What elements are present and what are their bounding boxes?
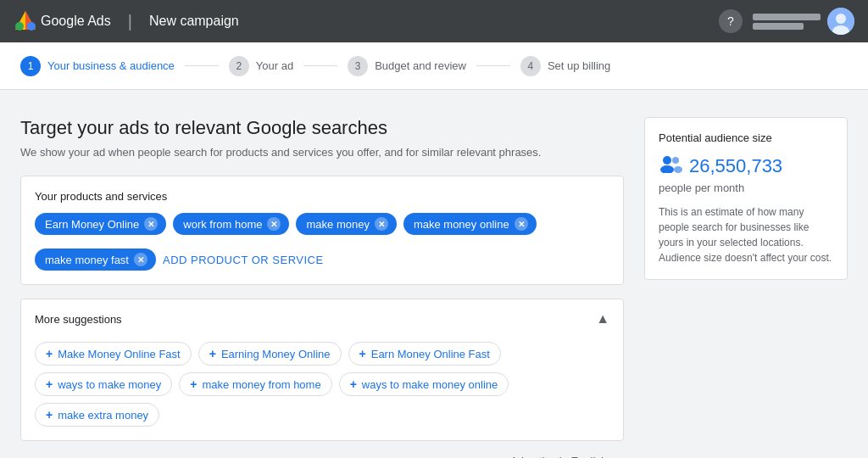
help-button[interactable]: ? — [719, 9, 743, 33]
chevron-down-icon: ▼ — [610, 455, 620, 459]
user-email-text — [753, 14, 821, 30]
chip-label-6: make extra money — [58, 409, 148, 422]
tag-make-money-fast: make money fast ✕ — [35, 249, 156, 271]
audience-card-title: Potential audience size — [659, 131, 833, 144]
content-area: Target your ads to relevant Google searc… — [20, 117, 624, 458]
svg-point-2 — [27, 22, 36, 31]
app-name: Google Ads — [41, 14, 111, 29]
user-info — [753, 8, 854, 35]
step-number-1: 1 — [20, 56, 41, 76]
tag-label-work-from-home: work from home — [183, 218, 262, 231]
header-divider: | — [128, 12, 132, 31]
step-number-2: 2 — [229, 56, 249, 76]
svg-point-10 — [674, 166, 682, 173]
step-number-4: 4 — [520, 56, 541, 76]
chip-label-5: ways to make money online — [362, 378, 498, 391]
step-label-1: Your business & audience — [47, 59, 175, 72]
tag-work-from-home: work from home ✕ — [173, 213, 289, 235]
audience-number: 26,550,733 — [689, 155, 782, 177]
svg-point-5 — [836, 14, 846, 24]
plus-icon-1: + — [209, 347, 216, 360]
chip-earning-money-online[interactable]: + Earning Money Online — [198, 342, 342, 366]
header-right: ? — [719, 8, 854, 35]
products-card-title: Your products and services — [35, 190, 609, 203]
chip-earn-money-online-fast[interactable]: + Earn Money Online Fast — [348, 342, 501, 366]
header-page-title: New campaign — [149, 14, 239, 29]
chip-label-2: Earn Money Online Fast — [371, 348, 490, 360]
tag-make-money-online: make money online ✕ — [403, 213, 537, 235]
page-subtitle: We show your ad when people search for p… — [20, 146, 624, 159]
suggestions-card: More suggestions ▲ + Make Money Online F… — [20, 299, 624, 441]
audience-count-row: 26,550,733 — [659, 154, 833, 178]
chip-make-extra-money[interactable]: + make extra money — [35, 403, 159, 427]
step-line-3 — [476, 65, 510, 66]
tag-close-work-from-home[interactable]: ✕ — [267, 217, 281, 231]
step-3[interactable]: 3 Budget and review — [348, 56, 466, 76]
plus-icon-2: + — [359, 347, 366, 360]
step-label-2: Your ad — [256, 59, 293, 72]
page-title: Target your ads to relevant Google searc… — [20, 117, 624, 139]
chip-label-0: Make Money Online Fast — [58, 348, 181, 360]
chip-ways-to-make-money-online[interactable]: + ways to make money online — [339, 372, 509, 396]
main-content: Target your ads to relevant Google searc… — [0, 90, 868, 458]
chip-label-4: make money from home — [202, 378, 320, 391]
svg-point-9 — [672, 157, 679, 164]
plus-icon-5: + — [350, 377, 357, 391]
chip-make-money-from-home[interactable]: + make money from home — [179, 372, 331, 396]
svg-point-7 — [663, 156, 671, 165]
advertise-language-select[interactable]: Advertise in English ▼ — [510, 455, 620, 458]
tag-close-make-money-online[interactable]: ✕ — [515, 217, 528, 231]
tag-make-money: make money ✕ — [296, 213, 396, 235]
tag-earn-money-online: Earn Money Online ✕ — [35, 213, 166, 235]
plus-icon-0: + — [46, 347, 53, 360]
tag-close-make-money-fast[interactable]: ✕ — [134, 253, 147, 266]
google-ads-logo: Google Ads — [14, 9, 111, 33]
step-label-4: Set up billing — [548, 59, 610, 72]
svg-point-3 — [15, 22, 24, 31]
avatar — [827, 8, 854, 35]
header: Google Ads | New campaign ? — [0, 0, 868, 42]
tag-close-earn-money-online[interactable]: ✕ — [144, 217, 158, 231]
audience-description: This is an estimate of how many people s… — [659, 204, 833, 265]
audience-unit: people per month — [659, 182, 833, 194]
chip-ways-to-make-money[interactable]: + ways to make money — [35, 372, 172, 396]
header-logo: Google Ads | New campaign — [14, 9, 239, 33]
audience-card: Potential audience size 26,550,733 peopl… — [644, 117, 848, 280]
plus-icon-6: + — [46, 408, 53, 422]
suggestions-body: + Make Money Online Fast + Earning Money… — [21, 338, 623, 440]
people-icon — [659, 154, 682, 178]
google-ads-icon — [14, 9, 37, 33]
sidebar: Potential audience size 26,550,733 peopl… — [644, 117, 848, 280]
chip-label-1: Earning Money Online — [221, 348, 331, 360]
step-4[interactable]: 4 Set up billing — [520, 56, 610, 76]
suggestions-title: More suggestions — [35, 313, 122, 326]
step-2[interactable]: 2 Your ad — [229, 56, 293, 76]
tag-label-earn-money-online: Earn Money Online — [45, 218, 139, 231]
step-line-1 — [185, 65, 219, 66]
products-card: Your products and services Earn Money On… — [20, 176, 624, 285]
suggestions-header[interactable]: More suggestions ▲ — [21, 299, 623, 338]
tag-label-make-money-online: make money online — [414, 218, 509, 231]
add-product-link[interactable]: ADD PRODUCT OR SERVICE — [163, 254, 324, 266]
step-1[interactable]: 1 Your business & audience — [20, 56, 175, 76]
step-label-3: Budget and review — [375, 59, 466, 72]
stepper: 1 Your business & audience 2 Your ad 3 B… — [0, 42, 868, 90]
step-connector-3 — [476, 65, 510, 66]
advertise-row: Advertise in English ▼ — [20, 455, 624, 458]
plus-icon-3: + — [46, 377, 53, 391]
chip-make-money-online-fast[interactable]: + Make Money Online Fast — [35, 342, 192, 366]
step-line-2 — [303, 65, 337, 66]
step-number-3: 3 — [348, 56, 368, 76]
step-connector-2 — [303, 65, 337, 66]
svg-point-8 — [660, 165, 674, 173]
tags-container: Earn Money Online ✕ work from home ✕ mak… — [35, 213, 609, 271]
advertise-language-label: Advertise in English — [510, 455, 607, 458]
chip-label-3: ways to make money — [58, 378, 161, 391]
tag-label-make-money-fast: make money fast — [45, 254, 129, 266]
plus-icon-4: + — [190, 377, 197, 391]
tag-close-make-money[interactable]: ✕ — [375, 217, 388, 231]
chevron-up-icon: ▲ — [596, 311, 609, 327]
step-connector-1 — [185, 65, 219, 66]
tag-label-make-money: make money — [306, 218, 369, 231]
